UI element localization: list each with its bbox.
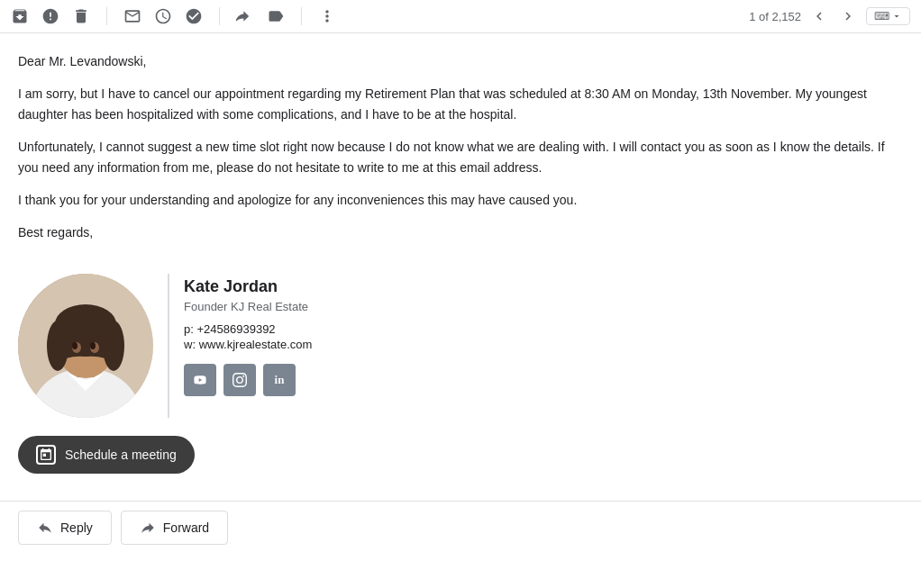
svg-point-10 <box>90 342 96 349</box>
next-email-button[interactable] <box>837 5 859 27</box>
email-paragraph-2: Unfortunately, I cannot suggest a new ti… <box>18 137 903 177</box>
sender-website: w: www.kjrealestate.com <box>184 338 312 351</box>
avatar <box>18 274 153 418</box>
reply-button[interactable]: Reply <box>18 511 112 545</box>
phone-label: p: <box>184 322 194 336</box>
calendar-icon <box>36 445 56 465</box>
task-icon[interactable] <box>185 7 203 25</box>
schedule-meeting-button[interactable]: Schedule a meeting <box>18 436 195 474</box>
reply-label: Reply <box>60 520 93 535</box>
email-toolbar: 1 of 2,152 ⌨ <box>0 0 921 33</box>
linkedin-button[interactable]: in <box>263 364 296 396</box>
sender-title: Founder KJ Real Estate <box>184 300 312 313</box>
separator-2 <box>219 7 220 25</box>
report-spam-icon[interactable] <box>41 7 59 25</box>
archive-icon[interactable] <box>11 7 29 25</box>
move-to-icon[interactable] <box>236 7 254 25</box>
svg-point-9 <box>72 342 78 349</box>
forward-label: Forward <box>163 520 209 535</box>
snooze-icon[interactable] <box>154 7 172 25</box>
sender-name: Kate Jordan <box>184 277 312 296</box>
youtube-button[interactable] <box>184 364 216 396</box>
email-signature: Kate Jordan Founder KJ Real Estate p: +2… <box>0 274 921 418</box>
sender-phone: p: +24586939392 <box>184 322 312 336</box>
email-paragraph-3: I thank you for your understanding and a… <box>18 190 903 210</box>
mark-unread-icon[interactable] <box>123 7 141 25</box>
delete-icon[interactable] <box>72 7 90 25</box>
signature-info: Kate Jordan Founder KJ Real Estate p: +2… <box>184 274 312 396</box>
website-label: w: <box>184 338 196 351</box>
prev-email-button[interactable] <box>808 5 830 27</box>
schedule-meeting-label: Schedule a meeting <box>65 448 177 462</box>
email-content: Dear Mr. Levandowski, I am sorry, but I … <box>0 33 921 265</box>
label-icon[interactable] <box>267 7 285 25</box>
email-closing: Best regards, <box>18 222 903 242</box>
website-url: www.kjrealestate.com <box>199 338 313 351</box>
nav-count: 1 of 2,152 <box>749 10 801 23</box>
toolbar-nav: 1 of 2,152 ⌨ <box>749 5 910 27</box>
toolbar-actions <box>11 7 749 25</box>
signature-divider <box>168 274 169 418</box>
more-options-icon[interactable] <box>318 7 336 25</box>
email-greeting: Dear Mr. Levandowski, <box>18 51 903 71</box>
social-links: in <box>184 364 312 396</box>
forward-button[interactable]: Forward <box>121 511 228 545</box>
separator-1 <box>106 7 107 25</box>
email-paragraph-1: I am sorry, but I have to cancel our app… <box>18 84 903 124</box>
email-actions: Reply Forward <box>0 501 921 563</box>
keyboard-icon: ⌨ <box>874 10 889 23</box>
instagram-button[interactable] <box>223 364 256 396</box>
keyboard-shortcuts-button[interactable]: ⌨ <box>866 7 910 25</box>
separator-3 <box>301 7 302 25</box>
phone-number: +24586939392 <box>196 322 275 336</box>
